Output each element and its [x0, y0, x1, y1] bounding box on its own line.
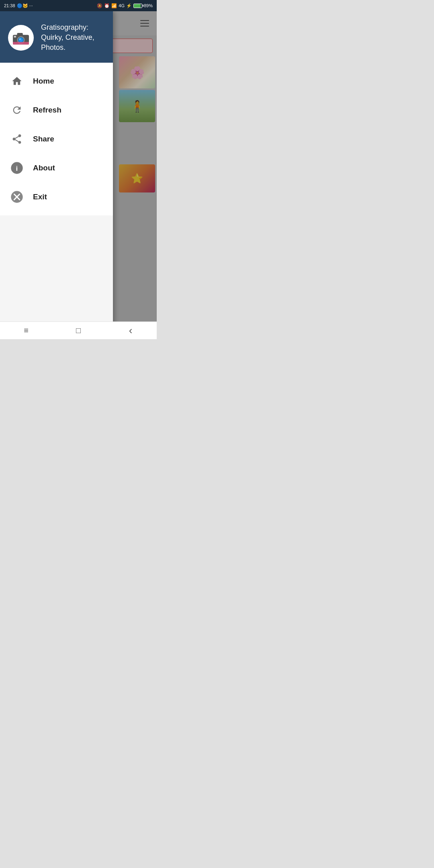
battery-fill: [134, 4, 141, 8]
refresh-label: Refresh: [33, 106, 61, 115]
close-circle-icon: [10, 190, 24, 204]
menu-item-share[interactable]: Share: [0, 125, 113, 154]
menu-item-about[interactable]: i About: [0, 154, 113, 182]
alarm-icon: ⏰: [104, 3, 110, 8]
refresh-icon: [10, 103, 24, 117]
app-container: Funny ving: [0, 11, 157, 339]
time-display: 21:38: [4, 3, 15, 8]
svg-rect-6: [14, 36, 16, 37]
menu-item-refresh[interactable]: Refresh: [0, 96, 113, 125]
home-label: Home: [33, 77, 54, 86]
drawer-app-title: Gratisography: Quirky, Creative, Photos.: [41, 23, 105, 53]
nav-square-icon: □: [76, 326, 81, 335]
camera-icon: [11, 30, 31, 46]
battery-bar: [133, 4, 142, 8]
nav-back-icon: ‹: [129, 324, 133, 337]
nav-menu-button[interactable]: ≡: [16, 323, 36, 338]
status-right: 🔕 ⏰ 📶 4G ⚡ 89%: [97, 3, 153, 8]
home-icon: [10, 74, 24, 88]
navigation-drawer: Gratisography: Quirky, Creative, Photos.…: [0, 11, 113, 339]
notification-icons: 🔵🐱 ···: [17, 3, 33, 8]
nav-menu-icon: ≡: [24, 326, 29, 335]
exit-label: Exit: [33, 192, 47, 201]
mute-icon: 🔕: [97, 3, 102, 8]
signal-icon: 📶: [111, 3, 117, 8]
bottom-navigation: ≡ □ ‹: [0, 321, 157, 339]
drawer-footer: [0, 215, 113, 339]
about-label: About: [33, 164, 55, 172]
nav-home-button[interactable]: □: [68, 323, 88, 338]
app-logo: [8, 25, 34, 51]
share-label: Share: [33, 135, 54, 143]
info-icon: i: [10, 161, 24, 175]
svg-rect-1: [17, 33, 23, 36]
svg-rect-7: [13, 42, 29, 44]
drawer-menu: Home Refresh Share: [0, 63, 113, 215]
drawer-header: Gratisography: Quirky, Creative, Photos.: [0, 11, 113, 63]
status-left: 21:38 🔵🐱 ···: [4, 3, 33, 8]
menu-item-home[interactable]: Home: [0, 67, 113, 96]
share-icon: [10, 132, 24, 146]
svg-point-5: [19, 38, 20, 39]
network-type: 4G: [119, 3, 125, 8]
svg-text:i: i: [16, 164, 18, 172]
bolt-icon: ⚡: [126, 3, 132, 8]
menu-item-exit[interactable]: Exit: [0, 182, 113, 211]
nav-back-button[interactable]: ‹: [121, 323, 141, 338]
status-bar: 21:38 🔵🐱 ··· 🔕 ⏰ 📶 4G ⚡ 89%: [0, 0, 157, 11]
battery-percent: 89%: [144, 3, 153, 8]
